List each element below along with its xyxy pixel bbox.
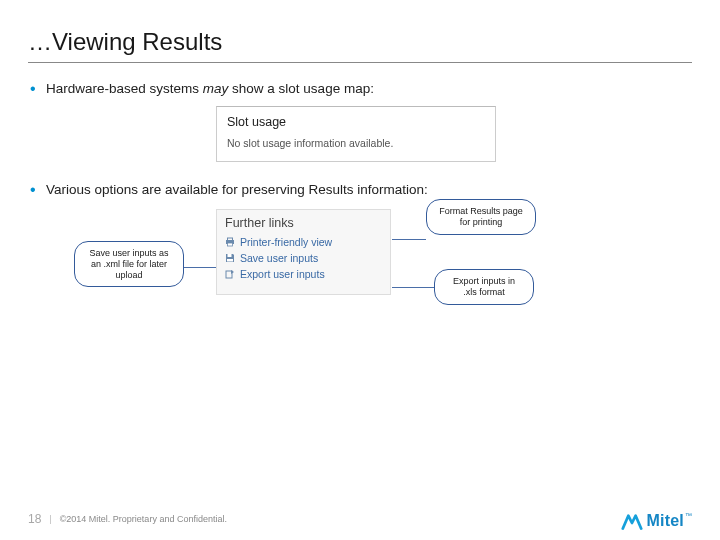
page-number: 18 [28,512,41,526]
link-text: Printer-friendly view [240,236,332,248]
callout-save-xml: Save user inputs as an .xml file for lat… [74,241,184,287]
bullet-hardware-pre: Hardware-based systems [46,81,203,96]
bullet-options: Various options are available for preser… [28,182,692,339]
logo-tm: ™ [685,512,692,519]
slot-usage-panel: Slot usage No slot usage information ava… [216,106,496,162]
logo-text: Mitel [647,512,684,529]
printer-icon [225,237,235,247]
slot-usage-heading: Slot usage [227,115,485,129]
figure-further-links: Further links Printer-friendly view Save… [216,209,692,339]
slot-usage-message: No slot usage information available. [227,137,485,149]
bullet-hardware-post: show a slot usage map: [228,81,374,96]
svg-rect-2 [228,243,233,246]
bullet-options-text: Various options are available for preser… [46,182,428,197]
figure-slot-usage: Slot usage No slot usage information ava… [216,106,692,162]
footer: 18 | ©2014 Mitel. Proprietary and Confid… [28,512,227,526]
svg-rect-4 [227,259,233,262]
logo-wordmark: Mitel™ [647,512,692,530]
logo-icon [621,512,643,530]
further-links-heading: Further links [225,216,382,230]
list-item: Printer-friendly view [225,236,382,248]
callout-export-xls: Export inputs in .xls format [434,269,534,305]
slide: …Viewing Results Hardware-based systems … [0,0,720,540]
svg-rect-3 [228,254,232,257]
svg-rect-1 [228,238,233,241]
connector-line [392,239,426,240]
bullet-list: Hardware-based systems may show a slot u… [28,81,692,339]
brand-logo: Mitel™ [621,512,692,530]
link-text: Save user inputs [240,252,318,264]
link-text: Export user inputs [240,268,325,280]
list-item: Save user inputs [225,252,382,264]
page-title: …Viewing Results [28,28,692,63]
slide-content: Hardware-based systems may show a slot u… [28,63,692,339]
export-icon [225,269,235,279]
bullet-hardware-may: may [203,81,229,96]
callout-format: Format Results page for printing [426,199,536,235]
connector-line [392,287,434,288]
footer-separator: | [49,514,51,524]
footer-copyright: ©2014 Mitel. Proprietary and Confidentia… [60,514,227,524]
list-item: Export user inputs [225,268,382,280]
disk-icon [225,253,235,263]
bullet-hardware: Hardware-based systems may show a slot u… [28,81,692,162]
further-links-panel: Further links Printer-friendly view Save… [216,209,391,295]
connector-line [184,267,216,268]
